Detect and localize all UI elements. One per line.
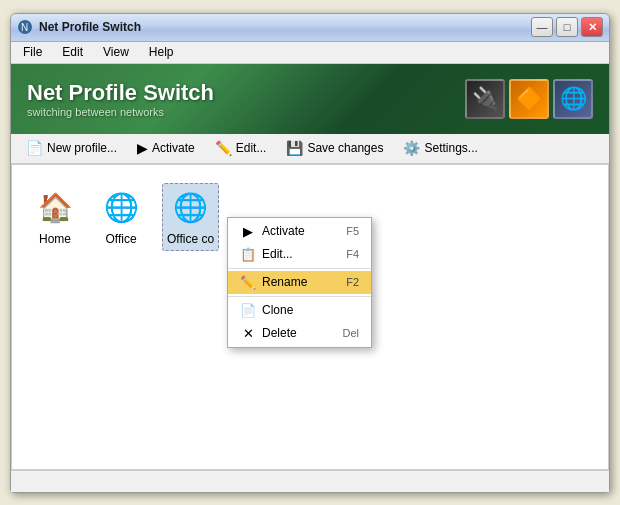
window-title: Net Profile Switch xyxy=(39,20,141,34)
ctx-delete-shortcut: Del xyxy=(342,327,359,339)
ctx-clone-icon: 📄 xyxy=(240,303,256,318)
banner-icon-network: 🔌 xyxy=(465,79,505,119)
new-profile-button[interactable]: 📄 New profile... xyxy=(17,137,126,159)
activate-button[interactable]: ▶ Activate xyxy=(128,137,204,159)
menu-edit[interactable]: Edit xyxy=(54,43,91,61)
profile-office-copy[interactable]: 🌐 Office co xyxy=(162,183,219,251)
banner-title: Net Profile Switch xyxy=(27,80,214,106)
profile-office[interactable]: 🌐 Office xyxy=(96,183,146,251)
ctx-edit[interactable]: 📋 Edit... F4 xyxy=(228,243,371,266)
banner-text: Net Profile Switch switching between net… xyxy=(27,80,214,118)
ctx-rename-label: Rename xyxy=(262,275,307,289)
ctx-rename[interactable]: ✏️ Rename F2 xyxy=(228,271,371,294)
profile-office-label: Office xyxy=(105,232,136,246)
activate-icon: ▶ xyxy=(137,140,148,156)
ctx-clone-label: Clone xyxy=(262,303,293,317)
edit-label: Edit... xyxy=(236,141,267,155)
ctx-activate-label: Activate xyxy=(262,224,305,238)
status-bar xyxy=(11,470,609,492)
title-bar-left: N Net Profile Switch xyxy=(17,19,141,35)
ctx-activate[interactable]: ▶ Activate F5 xyxy=(228,220,371,243)
close-button[interactable]: ✕ xyxy=(581,17,603,37)
ctx-delete-label: Delete xyxy=(262,326,297,340)
app-icon: N xyxy=(17,19,33,35)
ctx-rename-shortcut: F2 xyxy=(346,276,359,288)
menu-view[interactable]: View xyxy=(95,43,137,61)
main-window: N Net Profile Switch — □ ✕ File Edit Vie… xyxy=(10,13,610,493)
edit-icon: ✏️ xyxy=(215,140,232,156)
title-buttons: — □ ✕ xyxy=(531,17,603,37)
profile-office-copy-icon: 🌐 xyxy=(171,188,211,228)
ctx-activate-shortcut: F5 xyxy=(346,225,359,237)
save-changes-label: Save changes xyxy=(307,141,383,155)
ctx-delete[interactable]: ✕ Delete Del xyxy=(228,322,371,345)
ctx-edit-shortcut: F4 xyxy=(346,248,359,260)
maximize-button[interactable]: □ xyxy=(556,17,578,37)
ctx-edit-label: Edit... xyxy=(262,247,293,261)
settings-label: Settings... xyxy=(424,141,477,155)
settings-icon: ⚙️ xyxy=(403,140,420,156)
ctx-activate-icon: ▶ xyxy=(240,224,256,239)
banner-subtitle: switching between networks xyxy=(27,106,214,118)
menu-help[interactable]: Help xyxy=(141,43,182,61)
settings-button[interactable]: ⚙️ Settings... xyxy=(394,137,486,159)
content-area: 🏠 Home 🌐 Office 🌐 Office co ▶ Activate xyxy=(11,164,609,470)
ctx-separator-2 xyxy=(228,296,371,297)
menu-bar: File Edit View Help xyxy=(11,42,609,64)
new-profile-icon: 📄 xyxy=(26,140,43,156)
context-menu: ▶ Activate F5 📋 Edit... F4 ✏️ Rename F2 xyxy=(227,217,372,348)
save-changes-button[interactable]: 💾 Save changes xyxy=(277,137,392,159)
edit-button[interactable]: ✏️ Edit... xyxy=(206,137,276,159)
profile-home[interactable]: 🏠 Home xyxy=(30,183,80,251)
profile-home-icon: 🏠 xyxy=(35,188,75,228)
menu-file[interactable]: File xyxy=(15,43,50,61)
banner: Net Profile Switch switching between net… xyxy=(11,64,609,134)
ctx-delete-icon: ✕ xyxy=(240,326,256,341)
minimize-button[interactable]: — xyxy=(531,17,553,37)
ctx-edit-icon: 📋 xyxy=(240,247,256,262)
save-icon: 💾 xyxy=(286,140,303,156)
svg-text:N: N xyxy=(21,22,28,33)
new-profile-label: New profile... xyxy=(47,141,117,155)
activate-label: Activate xyxy=(152,141,195,155)
profile-office-icon: 🌐 xyxy=(101,188,141,228)
banner-icon-cable: 🔶 xyxy=(509,79,549,119)
ctx-rename-icon: ✏️ xyxy=(240,275,256,290)
banner-icons: 🔌 🔶 🌐 xyxy=(465,79,593,119)
ctx-clone[interactable]: 📄 Clone xyxy=(228,299,371,322)
title-bar: N Net Profile Switch — □ ✕ xyxy=(11,14,609,42)
profile-office-copy-label: Office co xyxy=(167,232,214,246)
banner-icon-globe: 🌐 xyxy=(553,79,593,119)
ctx-separator-1 xyxy=(228,268,371,269)
toolbar: 📄 New profile... ▶ Activate ✏️ Edit... 💾… xyxy=(11,134,609,164)
profile-home-label: Home xyxy=(39,232,71,246)
